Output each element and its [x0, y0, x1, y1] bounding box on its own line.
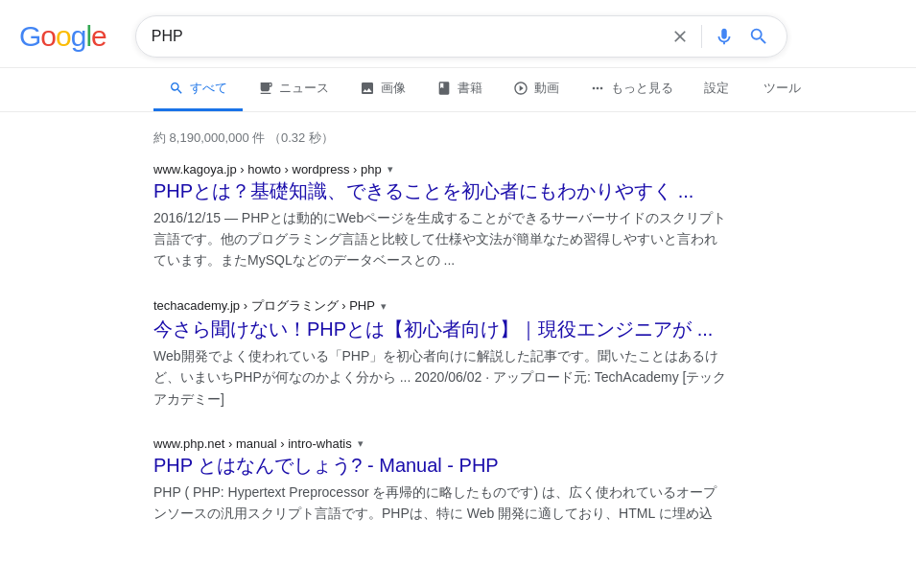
- tab-more[interactable]: もっと見る: [575, 68, 689, 111]
- result-url-line: www.php.net › manual › intro-whatis ▾: [153, 436, 729, 451]
- search-input[interactable]: [152, 28, 661, 45]
- more-dots-icon: [590, 81, 605, 96]
- result-dropdown-arrow[interactable]: ▾: [381, 300, 387, 313]
- books-tab-icon: [436, 81, 452, 96]
- result-dropdown-arrow[interactable]: ▾: [388, 163, 393, 176]
- tools-label: ツール: [763, 80, 801, 97]
- logo-e: e: [91, 20, 106, 53]
- result-title[interactable]: PHPとは？基礎知識、できることを初心者にもわかりやすく ...: [153, 178, 729, 203]
- tab-news-label: ニュース: [279, 80, 329, 97]
- search-icons: [669, 24, 771, 49]
- tab-all[interactable]: すべて: [153, 68, 243, 111]
- result-item: techacademy.jp › プログラミング › PHP ▾ 今さら聞けない…: [153, 297, 729, 409]
- result-url-line: techacademy.jp › プログラミング › PHP ▾: [153, 297, 729, 315]
- nav-tabs: すべて ニュース 画像 書籍 動画: [0, 68, 916, 112]
- tab-video[interactable]: 動画: [498, 68, 575, 111]
- result-title[interactable]: PHP とはなんでしょう? - Manual - PHP: [153, 453, 729, 478]
- settings-tab[interactable]: 設定: [689, 68, 744, 111]
- tab-all-label: すべて: [190, 80, 227, 97]
- clear-icon: [670, 27, 690, 46]
- microphone-icon: [714, 26, 735, 47]
- google-logo[interactable]: G o o g l e: [19, 20, 106, 53]
- video-tab-icon: [513, 81, 528, 96]
- tab-books[interactable]: 書籍: [421, 68, 498, 111]
- result-dropdown-arrow[interactable]: ▾: [358, 437, 364, 450]
- result-item: www.php.net › manual › intro-whatis ▾ PH…: [153, 436, 729, 524]
- tab-images[interactable]: 画像: [344, 68, 421, 111]
- result-url: techacademy.jp › プログラミング › PHP: [153, 297, 375, 315]
- nav-right: 設定 ツール: [689, 68, 816, 111]
- search-tab-icon: [169, 81, 184, 96]
- result-url: www.kagoya.jp › howto › wordpress › php: [153, 162, 382, 176]
- settings-label: 設定: [704, 80, 729, 97]
- clear-button[interactable]: [669, 25, 692, 48]
- tab-video-label: 動画: [534, 80, 559, 97]
- result-item: www.kagoya.jp › howto › wordpress › php …: [153, 162, 729, 270]
- result-title[interactable]: 今さら聞けない！PHPとは【初心者向け】｜現役エンジニアが ...: [153, 317, 729, 341]
- search-button[interactable]: [746, 24, 771, 49]
- result-url-line: www.kagoya.jp › howto › wordpress › php …: [153, 162, 729, 176]
- tab-more-label: もっと見る: [611, 80, 673, 97]
- header: G o o g l e: [0, 0, 916, 68]
- search-bar: [135, 15, 787, 58]
- tab-books-label: 書籍: [458, 80, 482, 97]
- logo-o2: o: [56, 20, 71, 53]
- news-tab-icon: [258, 81, 273, 96]
- result-desc: Web開発でよく使われている「PHP」を初心者向けに解説した記事です。聞いたこと…: [153, 345, 729, 409]
- images-tab-icon: [360, 81, 375, 96]
- results-stats: 約 8,190,000,000 件 （0.32 秒）: [153, 120, 729, 162]
- tools-tab[interactable]: ツール: [748, 68, 816, 111]
- tab-news[interactable]: ニュース: [243, 68, 344, 111]
- results-container: 約 8,190,000,000 件 （0.32 秒） www.kagoya.jp…: [0, 112, 729, 524]
- result-desc: 2016/12/15 — PHPとは動的にWebページを生成することができるサー…: [153, 207, 729, 270]
- logo-o1: o: [40, 20, 56, 53]
- microphone-button[interactable]: [712, 24, 737, 49]
- result-desc: PHP ( PHP: Hypertext Preprocessor を再帰的に略…: [153, 482, 729, 524]
- search-icon: [748, 26, 769, 47]
- search-divider: [701, 25, 702, 48]
- tab-images-label: 画像: [381, 80, 406, 97]
- logo-g2: g: [71, 20, 86, 53]
- logo-g: G: [19, 20, 40, 53]
- result-url: www.php.net › manual › intro-whatis: [153, 436, 352, 451]
